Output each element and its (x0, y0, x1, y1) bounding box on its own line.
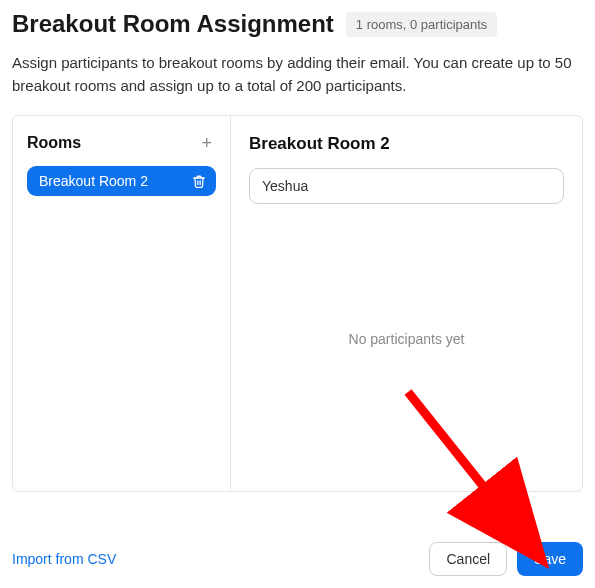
assignment-panel: Rooms + Breakout Room 2 (12, 115, 583, 492)
plus-icon: + (201, 133, 212, 153)
page-title: Breakout Room Assignment (12, 10, 334, 38)
add-room-button[interactable]: + (197, 134, 216, 152)
room-detail-column: Breakout Room 2 No participants yet (231, 116, 582, 491)
room-item-label: Breakout Room 2 (39, 173, 192, 189)
delete-room-button[interactable] (192, 174, 206, 189)
cancel-button[interactable]: Cancel (429, 542, 507, 576)
room-item-selected[interactable]: Breakout Room 2 (27, 166, 216, 196)
rooms-heading: Rooms (27, 134, 81, 152)
import-from-csv-link[interactable]: Import from CSV (12, 551, 116, 567)
rooms-count-badge: 1 rooms, 0 participants (346, 12, 498, 37)
participant-email-input[interactable] (249, 168, 564, 204)
no-participants-text: No participants yet (249, 204, 564, 473)
description-text: Assign participants to breakout rooms by… (12, 52, 583, 97)
room-detail-heading: Breakout Room 2 (249, 134, 564, 154)
trash-icon (192, 174, 206, 189)
save-button[interactable]: Save (517, 542, 583, 576)
rooms-column: Rooms + Breakout Room 2 (13, 116, 231, 491)
